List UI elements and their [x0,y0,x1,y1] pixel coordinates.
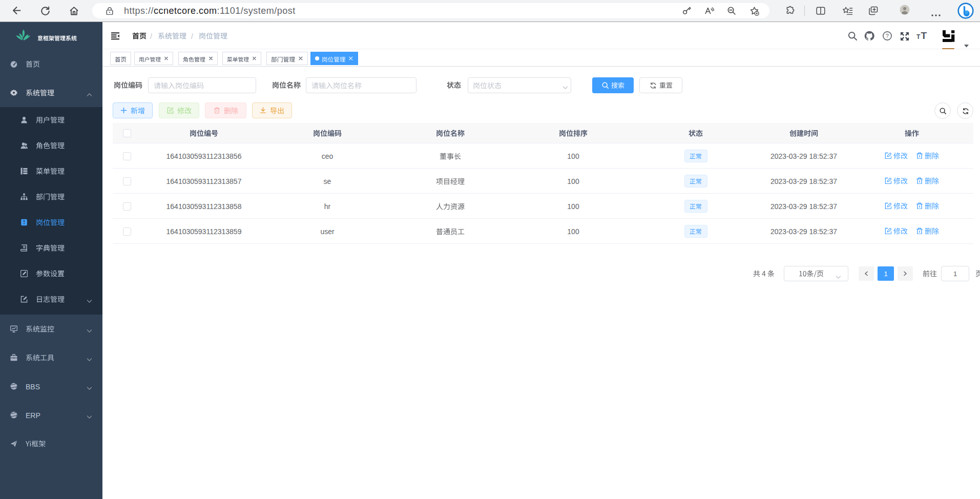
svg-text:?: ? [886,33,889,39]
svg-text:T: T [921,30,927,40]
svg-text:T: T [916,33,921,40]
